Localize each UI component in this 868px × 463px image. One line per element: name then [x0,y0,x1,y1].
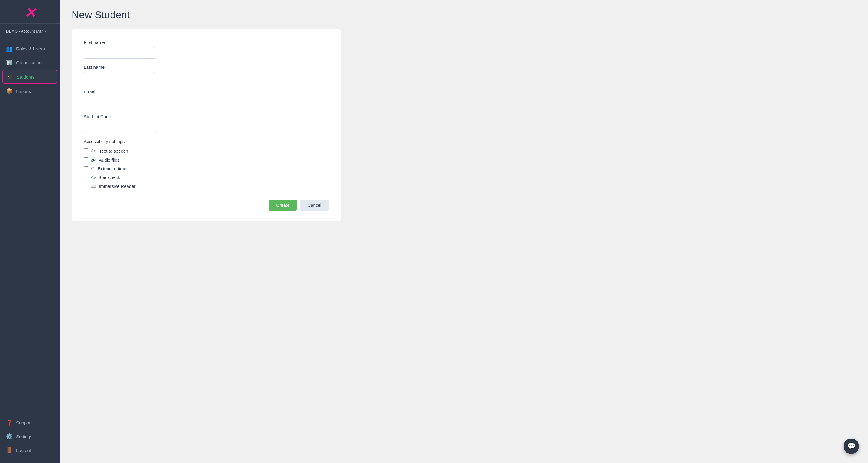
sidebar-item-imports[interactable]: 📦 Imports [0,84,60,98]
account-selector[interactable]: DEMO - Account Mar ▾ [0,26,60,39]
main-nav: 👥 Roles & Users 🏢 Organization 🎓 Student… [0,39,60,413]
logout-icon: 🚪 [6,447,12,454]
organization-icon: 🏢 [6,59,12,66]
new-student-form-card: First name Last name E-mail Student Code… [72,29,341,221]
sidebar-item-support[interactable]: ❓ Support [0,416,60,430]
text-to-speech-checkbox[interactable] [84,149,88,153]
create-button[interactable]: Create [269,199,297,211]
sidebar-item-organization[interactable]: 🏢 Organization [0,56,60,69]
extended-time-label: Extended time [98,166,126,171]
spellcheck-checkbox[interactable] [84,175,88,180]
extended-time-checkbox[interactable] [84,166,88,171]
sidebar-item-label: Log out [16,448,31,453]
immersive-reader-icon: 📖 [91,183,96,189]
spellcheck-label: Spellcheck [98,175,120,180]
immersive-reader-item: 📖 Immersive Reader [84,183,329,189]
accessibility-title: Accessibility settings [84,139,329,144]
audio-files-checkbox[interactable] [84,157,88,162]
cancel-button[interactable]: Cancel [300,199,329,211]
chat-icon: 💬 [847,442,856,450]
settings-icon: ⚙️ [6,433,12,440]
sidebar-item-label: Settings [16,434,32,439]
imports-icon: 📦 [6,88,12,94]
chevron-down-icon: ▾ [44,30,46,33]
chat-bubble-button[interactable]: 💬 [843,438,859,454]
sidebar-item-label: Roles & Users [16,46,45,51]
spellcheck-item: Av Spellcheck [84,175,329,180]
email-label: E-mail [84,89,329,94]
sidebar-bottom: ❓ Support ⚙️ Settings 🚪 Log out [0,413,60,463]
logo[interactable]: ✕ [0,0,60,23]
last-name-label: Last name [84,64,329,70]
spellcheck-icon: Av [91,175,96,180]
sidebar-item-label: Students [17,74,34,80]
main-content: New Student First name Last name E-mail … [60,0,868,463]
sidebar-item-settings[interactable]: ⚙️ Settings [0,430,60,443]
form-actions: Create Cancel [84,199,329,211]
text-to-speech-item: Aɑ Text to speech [84,148,329,154]
student-code-group: Student Code [84,114,329,133]
email-input[interactable] [84,97,155,108]
immersive-reader-label: Immersive Reader [99,184,135,189]
extended-time-icon: ⏱ [91,166,95,171]
sidebar-item-label: Support [16,420,32,425]
sidebar: ✕ DEMO - Account Mar ▾ 👥 Roles & Users 🏢… [0,0,60,463]
last-name-group: Last name [84,64,329,83]
extended-time-item: ⏱ Extended time [84,166,329,171]
audio-files-item: 🔊 Audio files [84,157,329,162]
first-name-label: First name [84,40,329,45]
audio-files-label: Audio files [99,157,120,162]
support-icon: ❓ [6,420,12,426]
sidebar-item-students[interactable]: 🎓 Students [2,70,57,84]
text-to-speech-label: Text to speech [99,149,128,154]
roles-users-icon: 👥 [6,45,12,52]
page-title: New Student [72,9,856,21]
student-code-label: Student Code [84,114,329,119]
first-name-group: First name [84,40,329,59]
sidebar-item-logout[interactable]: 🚪 Log out [0,443,60,457]
sidebar-item-label: Organization [16,60,41,65]
account-label: DEMO - Account Mar [6,29,43,33]
students-icon: 🎓 [7,73,13,80]
audio-files-icon: 🔊 [91,157,96,162]
sidebar-item-label: Imports [16,89,31,94]
student-code-input[interactable] [84,122,155,133]
immersive-reader-checkbox[interactable] [84,184,88,188]
accessibility-section: Accessibility settings Aɑ Text to speech… [84,139,329,189]
email-group: E-mail [84,89,329,108]
logo-icon: ✕ [24,6,36,20]
sidebar-item-roles-users[interactable]: 👥 Roles & Users [0,42,60,56]
text-to-speech-icon: Aɑ [91,148,97,154]
last-name-input[interactable] [84,72,155,83]
first-name-input[interactable] [84,47,155,59]
